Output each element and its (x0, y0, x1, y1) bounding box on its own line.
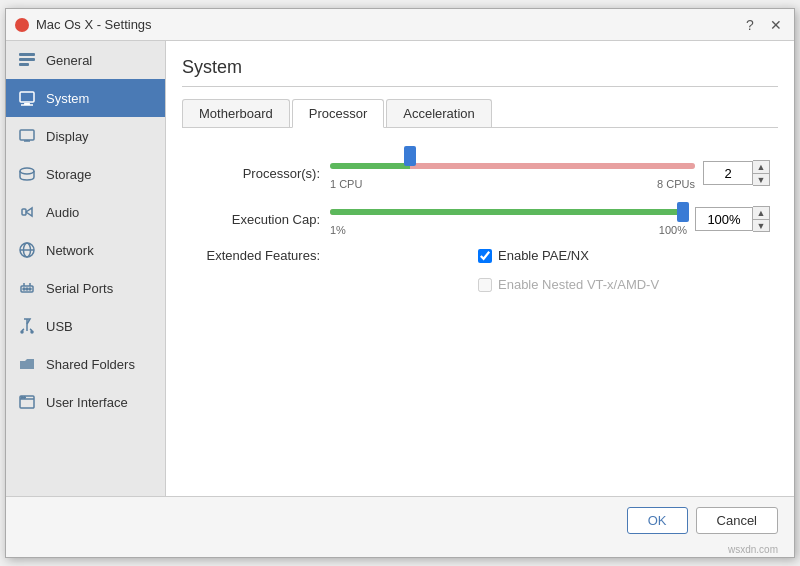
svg-point-26 (21, 397, 23, 399)
processor-slider-labels: 1 CPU 8 CPUs (330, 178, 695, 190)
footer: OK Cancel (6, 496, 794, 544)
sidebar-label-user-interface: User Interface (46, 395, 128, 410)
svg-point-10 (20, 168, 34, 174)
display-icon (16, 125, 38, 147)
execap-max-label: 100% (659, 224, 687, 236)
processor-slider-bg (330, 163, 695, 169)
sidebar-item-shared-folders[interactable]: Shared Folders (6, 345, 165, 383)
processor-slider-red (410, 163, 695, 169)
close-button[interactable]: ✕ (766, 15, 786, 35)
page-title: System (182, 57, 778, 87)
processor-slider-green (330, 163, 410, 169)
folder-icon (16, 353, 38, 375)
tab-processor[interactable]: Processor (292, 99, 385, 128)
svg-point-27 (24, 397, 26, 399)
app-icon (14, 17, 30, 33)
titlebar: Mac Os X - Settings ? ✕ (6, 9, 794, 41)
execap-slider-green (330, 209, 683, 215)
svg-point-18 (29, 288, 31, 290)
sidebar-label-general: General (46, 53, 92, 68)
sidebar-item-display[interactable]: Display (6, 117, 165, 155)
processor-label: Processor(s): (190, 166, 330, 181)
sidebar-item-system[interactable]: System (6, 79, 165, 117)
processor-value-input[interactable] (703, 161, 753, 185)
ui-icon (16, 391, 38, 413)
sidebar-item-user-interface[interactable]: User Interface (6, 383, 165, 421)
svg-point-22 (21, 331, 23, 333)
tabs: Motherboard Processor Acceleration (182, 99, 778, 128)
pae-nx-row: Enable PAE/NX (478, 248, 659, 263)
ok-button[interactable]: OK (627, 507, 688, 534)
processor-min-label: 1 CPU (330, 178, 362, 190)
execap-increment-button[interactable]: ▲ (753, 207, 769, 219)
sidebar-label-storage: Storage (46, 167, 92, 182)
execap-slider-container: 1% 100% (330, 202, 687, 236)
storage-icon (16, 163, 38, 185)
svg-rect-4 (20, 92, 34, 102)
svg-rect-1 (19, 53, 35, 56)
execap-value-input[interactable] (695, 207, 753, 231)
sidebar-item-storage[interactable]: Storage (6, 155, 165, 193)
execap-slider-labels: 1% 100% (330, 224, 687, 236)
usb-icon (16, 315, 38, 337)
processor-increment-button[interactable]: ▲ (753, 161, 769, 173)
processor-max-label: 8 CPUs (657, 178, 695, 190)
sidebar-label-audio: Audio (46, 205, 79, 220)
sidebar-label-network: Network (46, 243, 94, 258)
pae-nx-label: Enable PAE/NX (498, 248, 589, 263)
sidebar-item-usb[interactable]: USB (6, 307, 165, 345)
pae-nx-checkbox[interactable] (478, 249, 492, 263)
cancel-button[interactable]: Cancel (696, 507, 778, 534)
execap-min-label: 1% (330, 224, 346, 236)
processor-decrement-button[interactable]: ▼ (753, 173, 769, 185)
svg-rect-3 (19, 63, 29, 66)
extended-features-label: Extended Features: (190, 248, 330, 263)
system-icon (16, 87, 38, 109)
sidebar-item-audio[interactable]: Audio (6, 193, 165, 231)
sidebar-item-serial-ports[interactable]: Serial Ports (6, 269, 165, 307)
serial-icon (16, 277, 38, 299)
sidebar-label-system: System (46, 91, 89, 106)
nested-vt-row: Enable Nested VT-x/AMD-V (478, 277, 659, 292)
help-button[interactable]: ? (740, 15, 760, 35)
settings-panel: System Motherboard Processor Acceleratio… (166, 41, 794, 496)
svg-point-0 (15, 18, 29, 32)
window-title: Mac Os X - Settings (36, 17, 734, 32)
settings-window: Mac Os X - Settings ? ✕ General System (5, 8, 795, 558)
processor-slider-track[interactable] (330, 156, 695, 176)
svg-point-17 (26, 288, 28, 290)
sidebar-item-general[interactable]: General (6, 41, 165, 79)
processor-spinbox: ▲ ▼ (703, 160, 770, 186)
sidebar-label-display: Display (46, 129, 89, 144)
nested-vt-checkbox (478, 278, 492, 292)
execap-row: Execution Cap: 1% 100% (190, 202, 770, 236)
sidebar-item-network[interactable]: Network (6, 231, 165, 269)
nested-vt-label: Enable Nested VT-x/AMD-V (498, 277, 659, 292)
execap-label: Execution Cap: (190, 212, 330, 227)
audio-icon (16, 201, 38, 223)
processor-spinbox-buttons: ▲ ▼ (753, 160, 770, 186)
general-icon (16, 49, 38, 71)
watermark: wsxdn.com (6, 544, 794, 557)
sidebar: General System Display Sto (6, 41, 166, 496)
processor-slider-thumb[interactable] (404, 146, 416, 166)
execap-slider-track[interactable] (330, 202, 687, 222)
tab-acceleration[interactable]: Acceleration (386, 99, 492, 127)
processor-slider-container: 1 CPU 8 CPUs (330, 156, 695, 190)
svg-point-23 (31, 331, 33, 333)
network-icon (16, 239, 38, 261)
execap-spinbox: ▲ ▼ (695, 206, 770, 232)
extended-features-row: Extended Features: Enable PAE/NX Enable … (190, 248, 770, 300)
svg-rect-11 (22, 209, 26, 215)
execap-spinbox-buttons: ▲ ▼ (753, 206, 770, 232)
sidebar-label-usb: USB (46, 319, 73, 334)
execap-slider-bg (330, 209, 687, 215)
processor-row: Processor(s): 1 CPU 8 CPUs (190, 156, 770, 190)
sidebar-label-serial-ports: Serial Ports (46, 281, 113, 296)
tab-motherboard[interactable]: Motherboard (182, 99, 290, 127)
svg-rect-7 (20, 130, 34, 140)
main-content: General System Display Sto (6, 41, 794, 496)
execap-slider-thumb[interactable] (677, 202, 689, 222)
execap-decrement-button[interactable]: ▼ (753, 219, 769, 231)
svg-rect-2 (19, 58, 35, 61)
